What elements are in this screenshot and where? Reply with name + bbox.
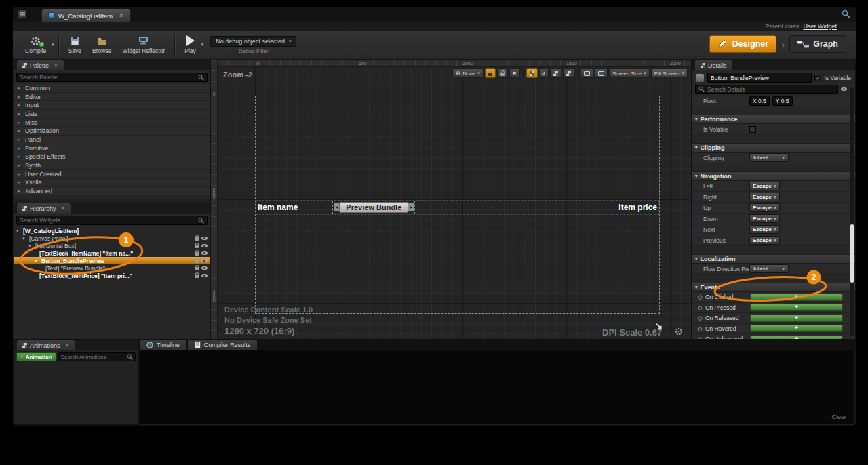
is-variable-checkbox[interactable]: ✓ [814,75,821,81]
snap-option-button[interactable] [563,68,574,78]
pivot-y-field[interactable]: Y 0.5 [772,96,793,106]
on-hovered-add-button[interactable]: + [750,325,843,332]
palette-category-input[interactable]: ▸Input [14,101,210,110]
on-unhovered-add-button[interactable]: + [750,336,843,339]
on-clicked-add-button[interactable]: + [750,294,843,301]
view-options-eye-icon[interactable] [841,87,847,92]
hierarchy-row-canvas-panel[interactable]: ▾[Canvas Panel] [14,235,210,242]
nav-next-dropdown[interactable]: Escape▾ [749,225,780,234]
tab-close-icon[interactable]: ✕ [119,12,124,19]
visibility-eye-icon[interactable] [201,244,208,248]
palette-category-editor[interactable]: ▸Editor [14,93,210,102]
preview-bundle-button-widget[interactable]: Preview Bundle [339,202,408,213]
section-clipping[interactable]: ▾Clipping [692,143,855,153]
compiler-results-console[interactable]: Clear [140,350,855,425]
on-pressed-add-button[interactable]: + [750,304,843,311]
dpi-settings-gear-icon[interactable] [675,327,683,336]
expander-arrow-icon[interactable]: ▸ [18,154,22,159]
expander-arrow-icon[interactable]: ▸ [18,146,22,151]
expander-arrow-icon[interactable]: ▸ [18,188,22,194]
respect-locks-button[interactable]: R [509,68,520,78]
section-performance[interactable]: ▾Performance [692,115,855,124]
expander-arrow-icon[interactable]: ▾ [22,236,27,241]
item-name-text-widget[interactable]: Item name [258,203,298,212]
lock-selected-button[interactable] [485,68,496,78]
section-navigation[interactable]: ▾Navigation [692,171,855,181]
nav-previous-dropdown[interactable]: Escape▾ [749,236,780,245]
section-events[interactable]: ▾Events [692,283,855,292]
close-icon[interactable]: ✕ [65,342,70,348]
on-released-add-button[interactable]: + [750,315,843,322]
expander-arrow-icon[interactable]: ▾ [28,243,33,249]
animations-search-input[interactable] [61,354,125,360]
preview-device-button[interactable] [595,68,608,78]
drag-handle-right-icon[interactable]: ► [408,203,414,211]
hierarchy-search-input[interactable] [20,217,195,224]
parent-class-link[interactable]: User Widget [803,23,837,30]
expander-arrow-icon[interactable]: ▾ [35,258,39,264]
palette-tab[interactable]: Palette ✕ [17,60,64,70]
palette-category-synth[interactable]: ▸Synth [14,161,210,170]
section-localization[interactable]: ▾Localization [692,254,855,264]
flow-direction-dropdown[interactable]: Inherit▾ [749,264,789,273]
lock-icon[interactable] [195,245,199,248]
details-search[interactable] [695,85,838,94]
expander-arrow-icon[interactable]: ▸ [18,85,22,91]
compiler-results-tab[interactable]: Compiler Results [188,340,258,350]
details-scrollbar[interactable] [850,87,854,336]
preview-device-button[interactable] [580,68,593,78]
clipping-dropdown[interactable]: Inherit▾ [749,153,789,162]
play-options-arrow-icon[interactable]: ▾ [201,42,204,47]
hierarchy-row-textblock-itemprice[interactable]: [TextBlock_ItemPrice] "Item pri..." [14,272,210,279]
browse-button[interactable]: Browse [87,31,117,58]
screen-size-dropdown[interactable]: Screen Size▾ [609,68,650,78]
lock-icon[interactable] [195,237,199,241]
expander-arrow-icon[interactable]: ▸ [18,120,22,125]
nav-left-dropdown[interactable]: Escape▾ [749,182,780,190]
nav-right-dropdown[interactable]: Escape▾ [749,193,780,201]
palette-category-common[interactable]: ▸Common [14,84,210,93]
visibility-eye-icon[interactable] [201,274,208,278]
compile-button[interactable]: ✓ Compile [20,31,52,58]
fill-screen-dropdown[interactable]: Fill Screen▾ [651,68,688,78]
palette-category-optimization[interactable]: ▸Optimization [14,127,210,136]
widget-reflector-button[interactable]: Widget Reflector [117,31,170,58]
expander-arrow-icon[interactable]: ▸ [18,137,22,142]
hierarchy-row-button-bundlepreview[interactable]: ▾Button_BundlePreview [14,257,210,264]
add-animation-button[interactable]: +Animation [16,352,56,361]
palette-category-primitive[interactable]: ▸Primitive [14,144,210,153]
window-menu-icon[interactable] [18,10,26,18]
palette-category-special-effects[interactable]: ▸Special Effects [14,153,210,162]
palette-category-panel[interactable]: ▸Panel [14,136,210,144]
visibility-eye-icon[interactable] [201,237,208,241]
close-icon[interactable]: ✕ [61,205,66,211]
expander-arrow-icon[interactable]: ▸ [18,102,22,108]
palette-category-lists[interactable]: ▸Lists [14,110,210,119]
play-button[interactable]: Play [179,31,201,58]
animations-tab[interactable]: Animations ✕ [17,340,75,350]
widget-name-input[interactable] [707,73,812,83]
drag-handle-left-icon[interactable]: ◄ [334,203,339,211]
designer-mode-button[interactable]: Designer [709,35,777,53]
compile-options-arrow-icon[interactable]: ▾ [52,42,54,47]
lock-icon[interactable] [195,252,199,256]
animations-search[interactable] [58,352,136,361]
save-button[interactable]: Save [63,31,87,58]
visibility-eye-icon[interactable] [201,251,208,256]
hierarchy-row-text-preview-bundle[interactable]: [Text] "Preview Bundle" [14,264,210,272]
hierarchy-row-root[interactable]: ▾[W_CatalogListItem] [14,227,210,235]
lock-icon[interactable] [195,275,199,278]
lock-icon[interactable] [195,260,199,263]
pivot-x-field[interactable]: X 0.5 [749,96,770,106]
hierarchy-tab[interactable]: Hierarchy ✕ [17,203,71,214]
scrollbar-thumb[interactable] [850,224,854,283]
item-price-text-widget[interactable]: Item price [618,203,657,212]
graph-mode-button[interactable]: Graph [789,35,846,53]
palette-search-input[interactable] [20,74,195,81]
palette-search[interactable] [16,73,208,82]
resize-handle-icon[interactable]: ↘ [655,321,663,331]
snap-grid-button[interactable] [526,68,538,78]
clear-button[interactable]: Clear [831,413,846,420]
window-search-icon[interactable] [842,9,850,18]
horizontal-box-widget[interactable]: Item name ◄ Preview Bundle ► Item price [256,200,659,215]
